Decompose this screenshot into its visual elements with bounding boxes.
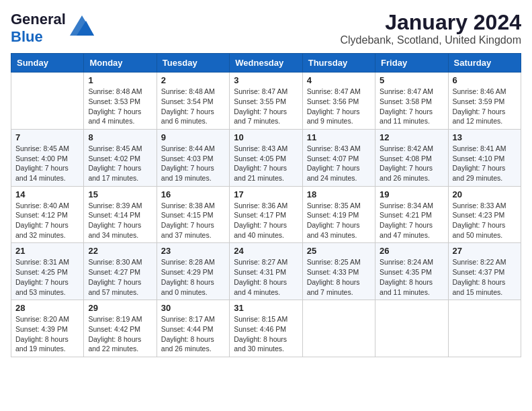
calendar-cell: 20Sunrise: 8:33 AMSunset: 4:23 PMDayligh… (448, 186, 521, 243)
calendar-table: SundayMondayTuesdayWednesdayThursdayFrid… (11, 53, 521, 357)
day-number: 25 (307, 246, 371, 256)
calendar-cell (302, 300, 375, 357)
calendar-cell: 11Sunrise: 8:43 AMSunset: 4:07 PMDayligh… (302, 129, 375, 186)
calendar-cell: 18Sunrise: 8:35 AMSunset: 4:19 PMDayligh… (302, 186, 375, 243)
day-info: Sunrise: 8:34 AMSunset: 4:21 PMDaylight:… (380, 201, 443, 240)
location: Clydebank, Scotland, United Kingdom (341, 34, 522, 46)
day-number: 8 (88, 132, 152, 142)
day-number: 30 (161, 303, 225, 313)
weekday-thursday: Thursday (302, 54, 375, 73)
calendar-cell: 29Sunrise: 8:19 AMSunset: 4:42 PMDayligh… (84, 300, 157, 357)
day-number: 6 (453, 75, 517, 85)
day-info: Sunrise: 8:24 AMSunset: 4:35 PMDaylight:… (380, 257, 443, 297)
day-number: 7 (15, 132, 79, 142)
calendar-cell: 7Sunrise: 8:45 AMSunset: 4:00 PMDaylight… (11, 129, 84, 186)
week-row-5: 28Sunrise: 8:20 AMSunset: 4:39 PMDayligh… (11, 300, 521, 357)
day-info: Sunrise: 8:48 AMSunset: 3:54 PMDaylight:… (161, 87, 225, 126)
day-info: Sunrise: 8:44 AMSunset: 4:03 PMDaylight:… (161, 144, 225, 183)
day-info: Sunrise: 8:15 AMSunset: 4:46 PMDaylight:… (234, 314, 298, 354)
day-number: 19 (380, 189, 443, 199)
logo-text: General Blue (11, 11, 66, 46)
day-number: 15 (88, 189, 152, 199)
calendar-cell: 21Sunrise: 8:31 AMSunset: 4:25 PMDayligh… (11, 243, 84, 300)
week-row-4: 21Sunrise: 8:31 AMSunset: 4:25 PMDayligh… (11, 243, 521, 300)
calendar-cell: 27Sunrise: 8:22 AMSunset: 4:37 PMDayligh… (448, 243, 521, 300)
calendar-cell: 10Sunrise: 8:43 AMSunset: 4:05 PMDayligh… (230, 129, 302, 186)
day-number: 22 (88, 246, 152, 256)
day-info: Sunrise: 8:42 AMSunset: 4:08 PMDaylight:… (380, 144, 443, 183)
logo: General Blue (11, 11, 94, 46)
calendar-cell: 3Sunrise: 8:47 AMSunset: 3:55 PMDaylight… (230, 73, 302, 130)
calendar-cell: 26Sunrise: 8:24 AMSunset: 4:35 PMDayligh… (375, 243, 448, 300)
day-number: 29 (88, 303, 152, 313)
day-number: 13 (453, 132, 517, 142)
day-number: 16 (161, 189, 225, 199)
week-row-3: 14Sunrise: 8:40 AMSunset: 4:12 PMDayligh… (11, 186, 521, 243)
day-info: Sunrise: 8:17 AMSunset: 4:44 PMDaylight:… (161, 314, 225, 354)
day-number: 31 (234, 303, 298, 313)
calendar-cell: 25Sunrise: 8:25 AMSunset: 4:33 PMDayligh… (302, 243, 375, 300)
calendar-cell: 6Sunrise: 8:46 AMSunset: 3:59 PMDaylight… (448, 73, 521, 130)
calendar-cell (375, 300, 448, 357)
weekday-wednesday: Wednesday (230, 54, 302, 73)
weekday-header-row: SundayMondayTuesdayWednesdayThursdayFrid… (11, 54, 521, 73)
day-info: Sunrise: 8:35 AMSunset: 4:19 PMDaylight:… (307, 201, 371, 240)
day-info: Sunrise: 8:43 AMSunset: 4:07 PMDaylight:… (307, 144, 371, 183)
calendar-cell: 5Sunrise: 8:47 AMSunset: 3:58 PMDaylight… (375, 73, 448, 130)
day-info: Sunrise: 8:47 AMSunset: 3:55 PMDaylight:… (234, 87, 298, 126)
day-info: Sunrise: 8:48 AMSunset: 3:53 PMDaylight:… (88, 87, 152, 126)
calendar-cell: 12Sunrise: 8:42 AMSunset: 4:08 PMDayligh… (375, 129, 448, 186)
calendar-cell: 19Sunrise: 8:34 AMSunset: 4:21 PMDayligh… (375, 186, 448, 243)
calendar-cell: 9Sunrise: 8:44 AMSunset: 4:03 PMDaylight… (157, 129, 229, 186)
day-number: 1 (88, 75, 152, 85)
day-number: 2 (161, 75, 225, 85)
day-number: 23 (161, 246, 225, 256)
calendar-cell: 16Sunrise: 8:38 AMSunset: 4:15 PMDayligh… (157, 186, 229, 243)
day-number: 28 (15, 303, 79, 313)
day-number: 11 (307, 132, 371, 142)
calendar-cell: 23Sunrise: 8:28 AMSunset: 4:29 PMDayligh… (157, 243, 229, 300)
day-info: Sunrise: 8:25 AMSunset: 4:33 PMDaylight:… (307, 257, 371, 297)
calendar-cell: 31Sunrise: 8:15 AMSunset: 4:46 PMDayligh… (230, 300, 302, 357)
day-info: Sunrise: 8:47 AMSunset: 3:56 PMDaylight:… (307, 87, 371, 126)
day-number: 12 (380, 132, 443, 142)
day-number: 27 (453, 246, 517, 256)
week-row-1: 1Sunrise: 8:48 AMSunset: 3:53 PMDaylight… (11, 73, 521, 130)
day-info: Sunrise: 8:33 AMSunset: 4:23 PMDaylight:… (453, 201, 517, 240)
calendar-cell: 8Sunrise: 8:45 AMSunset: 4:02 PMDaylight… (84, 129, 157, 186)
day-number: 17 (234, 189, 298, 199)
day-number: 10 (234, 132, 298, 142)
day-number: 26 (380, 246, 443, 256)
weekday-sunday: Sunday (11, 54, 84, 73)
day-info: Sunrise: 8:47 AMSunset: 3:58 PMDaylight:… (380, 87, 443, 126)
day-info: Sunrise: 8:31 AMSunset: 4:25 PMDaylight:… (15, 257, 79, 297)
day-info: Sunrise: 8:45 AMSunset: 4:00 PMDaylight:… (15, 144, 79, 183)
calendar-cell: 15Sunrise: 8:39 AMSunset: 4:14 PMDayligh… (84, 186, 157, 243)
day-info: Sunrise: 8:19 AMSunset: 4:42 PMDaylight:… (88, 314, 152, 354)
day-number: 4 (307, 75, 371, 85)
calendar-cell (448, 300, 521, 357)
weekday-saturday: Saturday (448, 54, 521, 73)
day-number: 14 (15, 189, 79, 199)
calendar-cell: 2Sunrise: 8:48 AMSunset: 3:54 PMDaylight… (157, 73, 229, 130)
month-title: January 2024 (341, 11, 522, 34)
day-number: 5 (380, 75, 443, 85)
day-info: Sunrise: 8:27 AMSunset: 4:31 PMDaylight:… (234, 257, 298, 297)
day-info: Sunrise: 8:30 AMSunset: 4:27 PMDaylight:… (88, 257, 152, 297)
day-info: Sunrise: 8:39 AMSunset: 4:14 PMDaylight:… (88, 201, 152, 240)
day-info: Sunrise: 8:41 AMSunset: 4:10 PMDaylight:… (453, 144, 517, 183)
calendar-body: 1Sunrise: 8:48 AMSunset: 3:53 PMDaylight… (11, 73, 521, 357)
day-info: Sunrise: 8:46 AMSunset: 3:59 PMDaylight:… (453, 87, 517, 126)
calendar-cell: 14Sunrise: 8:40 AMSunset: 4:12 PMDayligh… (11, 186, 84, 243)
calendar-cell: 17Sunrise: 8:36 AMSunset: 4:17 PMDayligh… (230, 186, 302, 243)
day-info: Sunrise: 8:28 AMSunset: 4:29 PMDaylight:… (161, 257, 225, 297)
day-number: 24 (234, 246, 298, 256)
calendar-cell: 30Sunrise: 8:17 AMSunset: 4:44 PMDayligh… (157, 300, 229, 357)
day-number: 20 (453, 189, 517, 199)
day-number: 18 (307, 189, 371, 199)
day-info: Sunrise: 8:36 AMSunset: 4:17 PMDaylight:… (234, 201, 298, 240)
day-number: 21 (15, 246, 79, 256)
day-info: Sunrise: 8:43 AMSunset: 4:05 PMDaylight:… (234, 144, 298, 183)
weekday-friday: Friday (375, 54, 448, 73)
day-number: 3 (234, 75, 298, 85)
